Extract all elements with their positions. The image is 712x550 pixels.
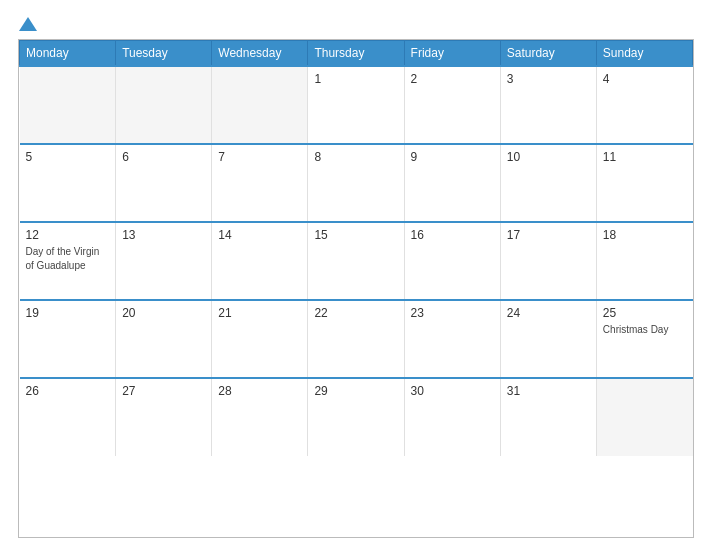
day-number: 28 xyxy=(218,384,301,398)
day-cell: 25Christmas Day xyxy=(596,300,692,378)
day-cell: 28 xyxy=(212,378,308,456)
day-cell: 18 xyxy=(596,222,692,300)
holiday-label: Christmas Day xyxy=(603,324,669,335)
day-number: 30 xyxy=(411,384,494,398)
day-number: 11 xyxy=(603,150,687,164)
day-cell: 3 xyxy=(500,66,596,144)
day-number: 4 xyxy=(603,72,687,86)
day-cell: 20 xyxy=(116,300,212,378)
holiday-label: Day of the Virgin of Guadalupe xyxy=(26,246,100,271)
day-number: 13 xyxy=(122,228,205,242)
day-number: 25 xyxy=(603,306,687,320)
day-cell: 9 xyxy=(404,144,500,222)
day-number: 15 xyxy=(314,228,397,242)
day-number: 2 xyxy=(411,72,494,86)
day-number: 14 xyxy=(218,228,301,242)
logo-general-text xyxy=(18,16,37,31)
day-number: 3 xyxy=(507,72,590,86)
calendar-header xyxy=(18,16,694,31)
day-cell: 21 xyxy=(212,300,308,378)
svg-marker-0 xyxy=(19,17,37,31)
day-header-friday: Friday xyxy=(404,40,500,66)
day-cell: 14 xyxy=(212,222,308,300)
day-number: 1 xyxy=(314,72,397,86)
day-number: 16 xyxy=(411,228,494,242)
day-number: 17 xyxy=(507,228,590,242)
day-cell: 19 xyxy=(20,300,116,378)
day-cell: 23 xyxy=(404,300,500,378)
days-header-row: MondayTuesdayWednesdayThursdayFridaySatu… xyxy=(20,40,693,66)
day-number: 18 xyxy=(603,228,687,242)
day-number: 22 xyxy=(314,306,397,320)
day-cell: 4 xyxy=(596,66,692,144)
day-header-wednesday: Wednesday xyxy=(212,40,308,66)
day-cell: 12Day of the Virgin of Guadalupe xyxy=(20,222,116,300)
day-cell xyxy=(596,378,692,456)
week-row-2: 567891011 xyxy=(20,144,693,222)
day-cell: 24 xyxy=(500,300,596,378)
day-header-tuesday: Tuesday xyxy=(116,40,212,66)
day-cell: 7 xyxy=(212,144,308,222)
day-number: 6 xyxy=(122,150,205,164)
day-cell: 31 xyxy=(500,378,596,456)
day-cell xyxy=(20,66,116,144)
day-number: 8 xyxy=(314,150,397,164)
day-number: 23 xyxy=(411,306,494,320)
day-header-monday: Monday xyxy=(20,40,116,66)
week-row-3: 12Day of the Virgin of Guadalupe13141516… xyxy=(20,222,693,300)
day-header-sunday: Sunday xyxy=(596,40,692,66)
calendar-table: MondayTuesdayWednesdayThursdayFridaySatu… xyxy=(19,40,693,456)
day-cell: 29 xyxy=(308,378,404,456)
week-row-5: 262728293031 xyxy=(20,378,693,456)
week-row-4: 19202122232425Christmas Day xyxy=(20,300,693,378)
day-number: 27 xyxy=(122,384,205,398)
logo xyxy=(18,16,37,31)
day-cell: 8 xyxy=(308,144,404,222)
day-number: 29 xyxy=(314,384,397,398)
week-row-1: 1234 xyxy=(20,66,693,144)
day-cell xyxy=(116,66,212,144)
day-cell: 30 xyxy=(404,378,500,456)
day-number: 12 xyxy=(26,228,110,242)
day-number: 26 xyxy=(26,384,110,398)
day-cell: 5 xyxy=(20,144,116,222)
day-cell: 22 xyxy=(308,300,404,378)
calendar-grid-container: MondayTuesdayWednesdayThursdayFridaySatu… xyxy=(18,39,694,538)
day-cell: 16 xyxy=(404,222,500,300)
day-number: 31 xyxy=(507,384,590,398)
day-cell: 11 xyxy=(596,144,692,222)
day-cell: 1 xyxy=(308,66,404,144)
day-cell: 17 xyxy=(500,222,596,300)
day-header-thursday: Thursday xyxy=(308,40,404,66)
day-cell: 15 xyxy=(308,222,404,300)
day-cell: 26 xyxy=(20,378,116,456)
day-cell: 13 xyxy=(116,222,212,300)
day-cell: 6 xyxy=(116,144,212,222)
day-cell: 2 xyxy=(404,66,500,144)
day-number: 9 xyxy=(411,150,494,164)
day-number: 21 xyxy=(218,306,301,320)
day-number: 19 xyxy=(26,306,110,320)
day-number: 24 xyxy=(507,306,590,320)
day-number: 7 xyxy=(218,150,301,164)
day-cell xyxy=(212,66,308,144)
day-number: 20 xyxy=(122,306,205,320)
day-header-saturday: Saturday xyxy=(500,40,596,66)
day-cell: 27 xyxy=(116,378,212,456)
day-number: 10 xyxy=(507,150,590,164)
calendar-page: MondayTuesdayWednesdayThursdayFridaySatu… xyxy=(0,0,712,550)
day-number: 5 xyxy=(26,150,110,164)
day-cell: 10 xyxy=(500,144,596,222)
logo-icon xyxy=(19,17,37,31)
